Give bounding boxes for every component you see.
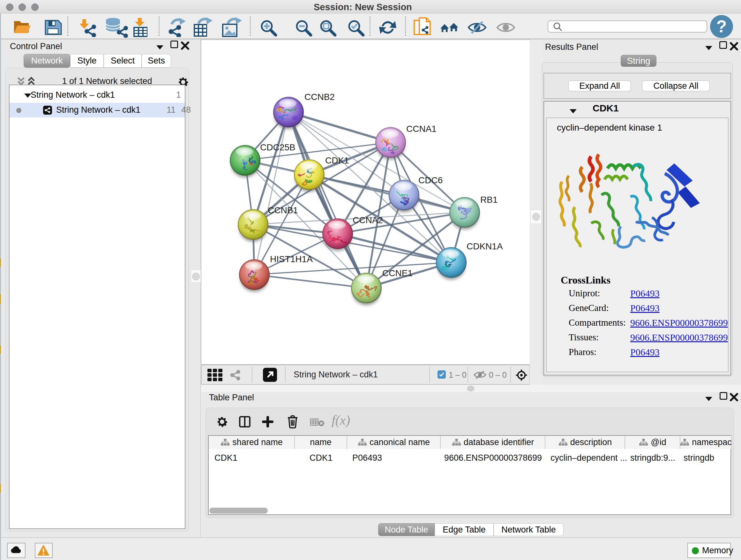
svg-text:CCNA2: CCNA2 xyxy=(353,215,383,225)
svg-text:CDK1: CDK1 xyxy=(325,155,349,165)
svg-text:CCNE1: CCNE1 xyxy=(382,268,413,278)
svg-text:CDC25B: CDC25B xyxy=(260,142,295,152)
svg-text:CCNA1: CCNA1 xyxy=(406,124,436,134)
svg-text:CCNB2: CCNB2 xyxy=(305,92,335,102)
svg-text:HIST1H1A: HIST1H1A xyxy=(270,254,313,264)
svg-text:CDC6: CDC6 xyxy=(418,175,443,185)
svg-text:CDKN1A: CDKN1A xyxy=(467,241,503,251)
svg-text:RB1: RB1 xyxy=(480,195,497,205)
svg-text:CCNB1: CCNB1 xyxy=(268,205,298,215)
